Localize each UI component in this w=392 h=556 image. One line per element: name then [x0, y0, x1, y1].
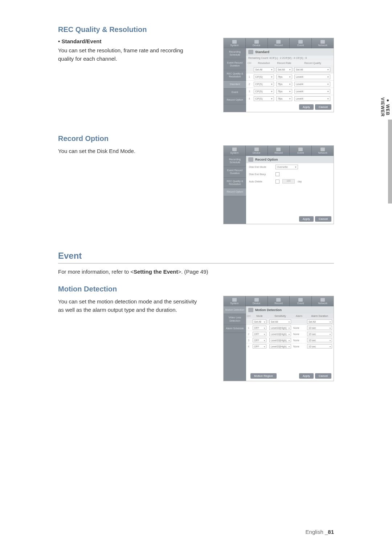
- rec-quality-desc: You can set the resolution, frame rate a…: [58, 47, 200, 63]
- tab-record[interactable]: Record: [268, 38, 290, 48]
- sidebar-item-motion-detection[interactable]: Motion Detection: [224, 306, 246, 314]
- auto-delete-checkbox[interactable]: [275, 180, 279, 184]
- tab-device[interactable]: Device: [246, 38, 268, 48]
- duration-select[interactable]: 10 sec: [307, 332, 332, 336]
- network-icon: [320, 298, 325, 302]
- sidebar-item-event-record-duration[interactable]: Event Record Duration: [224, 59, 246, 70]
- rate-select[interactable]: 7fps: [276, 74, 292, 79]
- tab-network[interactable]: Network: [312, 38, 334, 48]
- sidebar-item-recording-schedule[interactable]: Recording Schedule: [224, 48, 246, 59]
- sensitivity-select[interactable]: Level10(High): [269, 326, 291, 330]
- set-all-quality[interactable]: Set All: [294, 67, 330, 72]
- rate-select[interactable]: 7fps: [276, 82, 292, 86]
- set-all-rate[interactable]: Set All: [276, 67, 292, 72]
- mode-select[interactable]: OFF: [253, 344, 266, 348]
- apply-button[interactable]: Apply: [299, 373, 314, 379]
- tab-system[interactable]: System: [224, 38, 246, 48]
- remaining-count: Remaining Count: 4CIF(L) : 2 2CIF(M) : 4…: [246, 56, 334, 60]
- device-icon: [254, 148, 259, 151]
- sensitivity-select[interactable]: Level10(High): [269, 344, 291, 348]
- panel-title: Standard: [255, 50, 269, 54]
- disk-end-beep-checkbox[interactable]: [275, 172, 279, 176]
- col-record-rate: Record Rate: [275, 61, 293, 65]
- system-icon: [232, 40, 237, 44]
- sidebar-item-rec-quality[interactable]: REC Quality & Resolution: [224, 70, 246, 81]
- tab-device[interactable]: Device: [246, 146, 268, 156]
- resolution-select[interactable]: CIF(S): [254, 96, 274, 101]
- alarm-value: None: [293, 345, 306, 348]
- apply-button[interactable]: Apply: [299, 216, 314, 222]
- duration-select[interactable]: 10 sec: [307, 344, 332, 348]
- motion-detection-heading: Motion Detection: [58, 285, 334, 293]
- sidebar-item-standard[interactable]: Standard: [224, 81, 246, 88]
- mode-select[interactable]: OFF: [253, 332, 266, 336]
- quality-select[interactable]: Level4: [294, 96, 330, 101]
- col-sensitivity: Sensitivity: [268, 314, 293, 318]
- rec-quality-heading: REC Quality & Resolution: [58, 25, 334, 34]
- tab-network[interactable]: Network: [312, 296, 334, 306]
- tab-event[interactable]: Event: [290, 296, 312, 306]
- quality-select[interactable]: Level4: [294, 74, 330, 79]
- record-option-heading: Record Option: [58, 134, 334, 143]
- tab-record[interactable]: Record: [268, 146, 290, 156]
- resolution-select[interactable]: CIF(S): [254, 82, 274, 86]
- standard-panel: System Device Record Event Network Recor…: [223, 38, 334, 112]
- title-icon: [248, 308, 253, 312]
- panel-title: Motion Detection: [255, 308, 282, 312]
- rate-select[interactable]: 7fps: [276, 96, 292, 101]
- sidebar-item-event[interactable]: Event: [224, 89, 246, 96]
- motion-region-button[interactable]: Motion Region: [250, 373, 277, 379]
- quality-select[interactable]: Level4: [294, 89, 330, 94]
- record-option-panel: System Device Record Event Network Recor…: [223, 145, 334, 224]
- sidebar-item-video-loss[interactable]: Video Loss Detection: [224, 314, 246, 325]
- set-all-sensitivity[interactable]: Set All: [269, 319, 291, 324]
- mode-select[interactable]: OFF: [253, 338, 266, 342]
- sidebar-item-rec-quality[interactable]: REC Quality & Resolution: [224, 178, 246, 189]
- tab-event[interactable]: Event: [290, 146, 312, 156]
- cancel-button[interactable]: Cancel: [315, 216, 331, 222]
- col-record-quality: Record Quality: [293, 61, 334, 65]
- cancel-button[interactable]: Cancel: [315, 373, 331, 379]
- col-mode: Mode: [251, 314, 268, 318]
- sidebar-item-recording-schedule[interactable]: Recording Schedule: [224, 156, 246, 167]
- duration-select[interactable]: 10 sec: [307, 326, 332, 330]
- sidebar-item-record-option[interactable]: Record Option: [224, 188, 246, 196]
- col-ch: CH: [246, 314, 251, 318]
- device-icon: [254, 40, 259, 44]
- sidebar-item-record-option[interactable]: Record Option: [224, 96, 246, 104]
- apply-button[interactable]: Apply: [299, 104, 314, 110]
- sidebar-item-alarm-schedule[interactable]: Alarm Schedule: [224, 325, 246, 333]
- quality-select[interactable]: Level4: [294, 82, 330, 86]
- sensitivity-select[interactable]: Level10(High): [269, 332, 291, 336]
- auto-delete-label: Auto Delete: [249, 180, 273, 183]
- rate-select[interactable]: 7fps: [276, 89, 292, 94]
- set-all-resolution[interactable]: Set All: [254, 67, 274, 72]
- alarm-value: None: [293, 332, 306, 336]
- auto-delete-unit: day: [298, 180, 302, 183]
- duration-select[interactable]: 10 sec: [307, 338, 332, 342]
- tab-device[interactable]: Device: [246, 296, 268, 306]
- cancel-button[interactable]: Cancel: [315, 104, 331, 110]
- tab-event[interactable]: Event: [290, 38, 312, 48]
- disk-end-mode-select[interactable]: Overwrite: [275, 165, 298, 169]
- tab-system[interactable]: System: [224, 146, 246, 156]
- tab-network[interactable]: Network: [312, 146, 334, 156]
- table-row: 2 CIF(S) 7fps Level4: [246, 80, 334, 88]
- network-icon: [320, 40, 325, 44]
- sensitivity-select[interactable]: Level10(High): [269, 338, 291, 342]
- device-icon: [254, 298, 259, 302]
- table-row: 3 OFF Level10(High) None 10 sec: [246, 337, 334, 343]
- resolution-select[interactable]: CIF(S): [254, 89, 274, 94]
- system-icon: [232, 298, 237, 302]
- title-icon: [248, 157, 253, 162]
- disk-end-beep-label: Disk End Beep: [249, 173, 273, 176]
- auto-delete-days-input[interactable]: 180: [282, 179, 295, 184]
- mode-select[interactable]: OFF: [253, 326, 266, 330]
- set-all-duration[interactable]: Set All: [307, 319, 332, 324]
- tab-record[interactable]: Record: [268, 296, 290, 306]
- tab-system[interactable]: System: [224, 296, 246, 306]
- sidebar-item-event-record-duration[interactable]: Event Record Duration: [224, 167, 246, 178]
- table-row: 1 CIF(S) 7fps Level4: [246, 73, 334, 80]
- set-all-mode[interactable]: Set All: [253, 319, 266, 324]
- resolution-select[interactable]: CIF(S): [254, 74, 274, 79]
